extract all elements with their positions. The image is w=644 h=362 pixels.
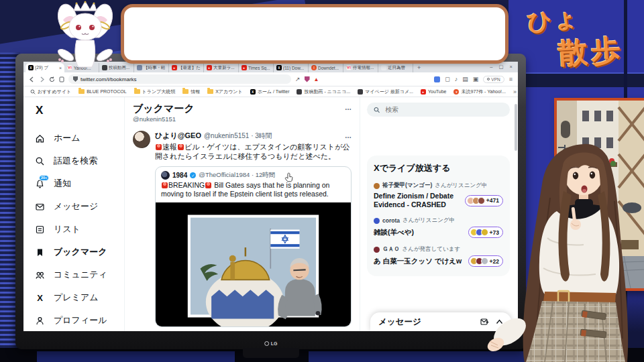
avatar	[374, 247, 380, 253]
app-favicon	[137, 65, 142, 70]
bookmarks-column: ブックマーク @nukenin5151 … ひより@GEO @nukenin51…	[124, 97, 360, 331]
bookmark-item-twitter-home[interactable]: Xホーム / Twitter	[250, 88, 290, 95]
sidebar-item-premium[interactable]: X プレミアム	[34, 286, 124, 309]
tab-x-downloads[interactable]: X(11) Dow...	[274, 63, 309, 72]
reader-icon[interactable]: ▣	[473, 76, 479, 82]
live-space-title: 雑談(羊べや)	[374, 228, 464, 237]
bookmark-item-nico-mypage[interactable]: マイページ 最新コメ...	[358, 88, 413, 95]
live-host-name: ＧＡＯ	[382, 245, 400, 253]
sidebar-item-communities[interactable]: コミュニティ	[34, 263, 124, 286]
sidebar-item-notifications[interactable]: 20+ 通知	[34, 172, 124, 195]
tab-news[interactable]: 【時事・軽...	[134, 63, 169, 72]
brave-shield-icon[interactable]	[305, 76, 310, 82]
bookmarks-overflow-icon[interactable]: »	[513, 88, 517, 95]
tab-yahoo-power[interactable]: Y!停電情報...	[343, 63, 378, 72]
siren-emoji	[156, 144, 162, 150]
navbar-right-cluster: ◻ ♪ ▤ ▣ VPN ≡	[434, 76, 513, 83]
sidebar-item-messages[interactable]: メッセージ	[34, 195, 124, 218]
avatar	[161, 171, 170, 180]
sidebar-item-label: プロフィール	[54, 314, 107, 326]
person-icon	[34, 315, 46, 326]
quote-image[interactable]	[156, 202, 351, 326]
monitor: LG X (29) ブ × Y!Yahoo!... 投稿動画... 【時事・軽.…	[15, 54, 526, 349]
sidebar-item-label: メッセージ	[54, 200, 98, 213]
maximize-button[interactable]: ▢	[499, 64, 504, 70]
chat-icon[interactable]: ◻	[445, 76, 449, 82]
bell-icon: 20+	[34, 178, 46, 190]
wallet-icon[interactable]	[434, 76, 440, 82]
page-title: ブックマーク	[133, 103, 352, 115]
tweet-more-icon[interactable]: …	[345, 132, 352, 139]
eye	[590, 172, 595, 179]
minimize-button[interactable]: –	[490, 64, 492, 70]
bookmark-icon	[34, 247, 46, 258]
eye	[76, 25, 81, 30]
quote-meta: @TheOfficial1984 · 12時間	[199, 171, 275, 180]
youtube-favicon: ▸	[241, 65, 247, 70]
sidebar-item-profile[interactable]: プロフィール	[34, 309, 124, 331]
sidebar-item-explore[interactable]: 話題を検索	[34, 149, 124, 172]
site-permissions-icon[interactable]	[73, 76, 78, 82]
tab-misc[interactable]: 近日為替	[378, 63, 413, 72]
tweet-name-row: ひより@GEO @nukenin5151 · 3時間 …	[155, 131, 352, 141]
twitter-sidebar: X ホーム 話題を検索 20+ 通知	[23, 97, 124, 331]
list-icon	[34, 224, 46, 235]
close-button[interactable]: ×	[510, 64, 513, 70]
bookmark-item-yahoo-mail[interactable]: ▾未読977件 - Yahoo!...	[453, 88, 505, 95]
bookmark-label: BLUE PROTOCOL	[87, 89, 126, 94]
kyubey-mascot	[48, 0, 122, 70]
live-space-title: あ 白菜一玉クッソ でけえw	[374, 257, 464, 265]
live-host-name: corota	[382, 217, 400, 224]
search-input[interactable]	[384, 105, 503, 114]
bookmark-item-youtube[interactable]: ▸YouTube	[421, 89, 447, 95]
share-icon[interactable]: ↗	[295, 76, 301, 82]
bookmark-folder-x-accounts[interactable]: Xアカウント	[207, 88, 243, 95]
bookmark-app-icon[interactable]	[59, 76, 64, 82]
sidebar-item-home[interactable]: ホーム	[34, 127, 124, 149]
bookmark-label: YouTube	[428, 89, 447, 94]
siren-emoji	[162, 182, 168, 188]
tweet-body: ひより@GEO @nukenin5151 · 3時間 … 速報ビル・ゲイツは、エ…	[155, 131, 352, 327]
new-tab-button[interactable]: +	[413, 63, 425, 72]
avatar[interactable]	[133, 131, 150, 148]
bookmark-item-nico-videos[interactable]: 投稿動画 - ニコニコ...	[297, 88, 350, 95]
url-bar[interactable]: twitter.com/i/bookmarks	[68, 74, 291, 84]
tab-youtube-1[interactable]: ▸【最速】た...	[169, 63, 204, 72]
forward-icon[interactable]	[39, 76, 45, 82]
vpn-label: VPN	[491, 77, 500, 82]
music-icon[interactable]: ♪	[455, 76, 458, 82]
bookmark-label: 情報	[191, 88, 200, 95]
tab-youtube-2[interactable]: ▸大量新ラ...	[204, 63, 239, 72]
back-icon[interactable]	[29, 76, 35, 82]
reload-icon[interactable]	[49, 76, 55, 82]
x-favicon: X	[250, 89, 256, 95]
tweet-author-name[interactable]: ひより@GEO	[155, 131, 201, 141]
sidebar-item-bookmarks[interactable]: ブックマーク	[34, 241, 124, 263]
sidebar-item-label: 通知	[54, 178, 71, 190]
extension-warning-icon[interactable]: ▲	[314, 76, 319, 82]
tab-youtube-3[interactable]: ▸Times Sq...	[239, 63, 274, 72]
bookmark-folder-info[interactable]: 情報	[182, 88, 200, 95]
x-logo[interactable]: X	[36, 104, 124, 117]
monitor-stand	[243, 348, 299, 358]
tab-label: 大量新ラ...	[213, 65, 235, 71]
bookmarked-tweet[interactable]: ひより@GEO @nukenin5151 · 3時間 … 速報ビル・ゲイツは、エ…	[125, 124, 360, 327]
quoted-tweet[interactable]: 1984 ✓ @TheOfficial1984 · 12時間 BREAKING …	[155, 166, 352, 327]
bookmark-label: ホーム / Twitter	[258, 88, 290, 95]
sidebar-panel-icon[interactable]: ▤	[462, 76, 468, 82]
tab-downdetector[interactable]: !Downdet...	[309, 63, 343, 72]
search-box[interactable]	[367, 103, 510, 117]
sidebar-item-lists[interactable]: リスト	[34, 218, 124, 241]
folder-icon	[182, 89, 189, 94]
yahoo-mail-icon: ▾	[453, 89, 459, 95]
bookmark-folder-blue-protocol[interactable]: BLUE PROTOCOL	[78, 89, 126, 94]
bookmark-folder-trump[interactable]: トランプ大統領	[134, 88, 176, 95]
lg-circle-icon	[264, 341, 269, 346]
niconico-favicon	[358, 89, 363, 95]
vpn-button[interactable]: VPN	[483, 76, 504, 83]
more-menu-icon[interactable]: …	[345, 104, 352, 111]
bookmark-item-suggested[interactable]: おすすめサイト	[30, 88, 71, 95]
menu-icon[interactable]: ≡	[509, 76, 513, 82]
folder-icon	[78, 89, 85, 94]
url-text[interactable]: twitter.com/i/bookmarks	[80, 76, 137, 82]
